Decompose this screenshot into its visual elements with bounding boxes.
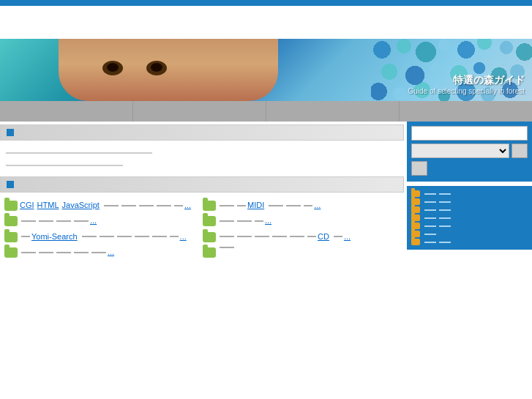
section-bar-icon-2: [7, 181, 14, 188]
link-javascript[interactable]: JavaScript: [62, 200, 100, 211]
sidebar-link-ph-5: [424, 209, 436, 211]
link-cd[interactable]: CD: [318, 231, 329, 242]
folder-icon-8: [203, 247, 216, 258]
section-bar-1: [0, 124, 404, 141]
folder-item-3: ...: [4, 214, 201, 228]
nav-tab-2[interactable]: [133, 101, 266, 122]
nav-tab-4[interactable]: [400, 101, 532, 122]
sidebar-list-item-3: [411, 206, 528, 213]
folder-links-5: Yomi-Search ...: [20, 231, 187, 242]
section-bar-2: [0, 176, 404, 193]
link-cgi[interactable]: CGI: [20, 200, 34, 211]
link-ph-12: [39, 220, 53, 222]
pupil-right: [151, 63, 162, 72]
nav-tab-3[interactable]: [266, 101, 400, 122]
sidebar-list-item-6: [411, 231, 528, 237]
link-ph-31: [334, 236, 342, 237]
folder-grid: CGI HTML JavaScript ...: [0, 195, 404, 263]
main-layout: CGI HTML JavaScript ...: [0, 122, 532, 263]
link-ph-5: [174, 205, 183, 206]
folder-links-2: MIDI ...: [218, 200, 321, 211]
face-shape: [59, 39, 278, 101]
link-ph-20: [100, 236, 114, 237]
link-ph-13: [56, 220, 71, 222]
sidebar-link-ph-12: [424, 242, 436, 243]
sidebar-folder-icon-7: [411, 239, 420, 245]
sidebar-link-ph-2: [439, 193, 451, 195]
link-ph-19: [82, 236, 97, 237]
sidebar-link-ph-1: [424, 193, 436, 195]
pupil-left: [107, 63, 119, 72]
folder-icon-1: [4, 201, 18, 211]
sidebar-link-ph-13: [439, 242, 451, 243]
folder-item-4: ...: [203, 214, 400, 228]
sidebar-link-ph-9: [424, 225, 436, 227]
sidebar-link-ph-10: [439, 225, 451, 227]
go-button[interactable]: [411, 161, 427, 176]
folder-item-1: CGI HTML JavaScript ...: [4, 198, 201, 212]
folder-links-1: CGI HTML JavaScript ...: [20, 200, 191, 211]
folder-item-6: CD ...: [203, 230, 400, 244]
link-ellipsis-7[interactable]: ...: [108, 247, 114, 258]
section-bar-icon-1: [7, 129, 14, 136]
link-ellipsis-1[interactable]: ...: [184, 200, 191, 211]
text-placeholder-1a: [6, 152, 152, 154]
folder-item-2: MIDI ...: [203, 198, 400, 212]
sidebar-list-item-1: [411, 190, 528, 197]
link-ph-34: [56, 252, 71, 253]
folder-item-8: [203, 245, 400, 259]
nav-tab-1[interactable]: [0, 101, 133, 122]
sidebar-list-item-5: [411, 223, 528, 229]
header-white: [0, 6, 532, 39]
sidebar-link-ph-3: [424, 201, 436, 203]
link-ph-32: [21, 252, 36, 253]
sidebar: [404, 122, 532, 263]
link-ellipsis-3[interactable]: ...: [90, 215, 97, 226]
link-ph-29: [290, 236, 304, 237]
sidebar-list-item-7: [411, 239, 528, 245]
sidebar-list-section: [407, 186, 532, 250]
link-ph-11: [21, 220, 36, 222]
link-yomi[interactable]: Yomi-Search: [31, 231, 78, 242]
link-ph-25: [220, 236, 234, 237]
folder-links-7: ...: [20, 247, 114, 258]
link-ph-23: [152, 236, 167, 237]
link-ph-8: [269, 205, 283, 206]
hero-overlay: 特選の森ガイド Guide of selecting specially in …: [408, 74, 525, 95]
link-ph-30: [307, 236, 316, 237]
sidebar-link-ph-11: [424, 234, 436, 235]
link-ph-36: [91, 252, 106, 253]
link-ellipsis-2[interactable]: ...: [314, 200, 321, 211]
search-input[interactable]: [411, 126, 528, 141]
link-ph-17: [255, 220, 263, 222]
link-ph-24: [170, 236, 179, 237]
link-ph-28: [272, 236, 287, 237]
link-midi[interactable]: MIDI: [247, 200, 264, 211]
link-ph-7: [237, 205, 246, 206]
link-ellipsis-6[interactable]: ...: [344, 231, 351, 242]
sidebar-list-item-4: [411, 215, 528, 221]
link-ellipsis-4[interactable]: ...: [265, 215, 271, 226]
link-ph-10: [304, 205, 312, 206]
link-html[interactable]: HTML: [37, 200, 59, 211]
search-select[interactable]: [411, 143, 509, 158]
link-ellipsis-5[interactable]: ...: [180, 231, 187, 242]
folder-icon-6: [203, 232, 216, 242]
sidebar-search-box: [407, 122, 532, 182]
search-row: [411, 143, 528, 158]
folder-icon-4: [203, 216, 216, 226]
folder-links-4: ...: [218, 215, 271, 226]
link-ph-4: [157, 205, 171, 206]
link-ph-26: [237, 236, 252, 237]
link-ph-3: [139, 205, 154, 206]
folder-links-3: ...: [20, 215, 97, 226]
link-ph-35: [74, 252, 89, 253]
sidebar-link-ph-8: [439, 217, 451, 219]
search-button[interactable]: [512, 143, 528, 158]
link-ph-6: [220, 205, 234, 206]
text-block-1: [0, 143, 404, 174]
link-ph-9: [286, 205, 301, 206]
link-ph-37: [220, 247, 234, 248]
link-ph-15: [220, 220, 234, 222]
folder-links-8: [218, 247, 236, 248]
